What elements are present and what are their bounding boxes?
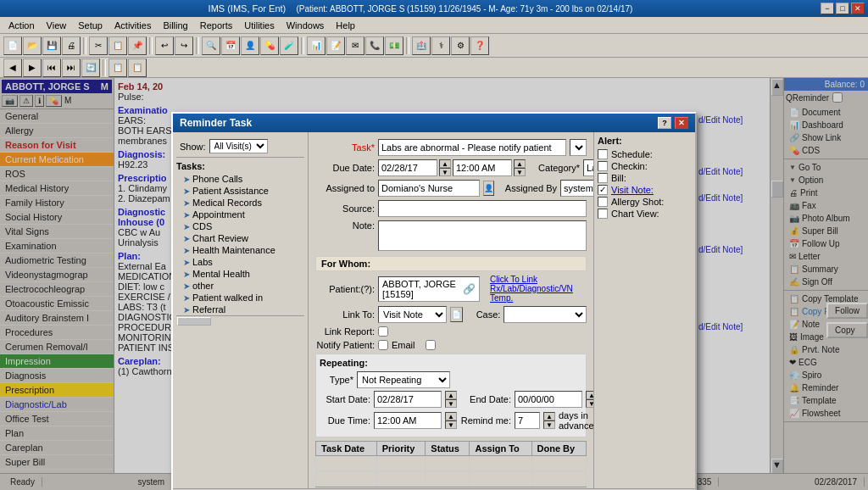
tb-ref2[interactable]: ⚕	[431, 36, 450, 55]
menu-view[interactable]: View	[42, 19, 72, 32]
remind-down[interactable]: ▼	[543, 420, 555, 429]
task-dropdown[interactable]	[570, 139, 587, 156]
scroll-thumb-h[interactable]	[177, 317, 211, 326]
tree-phone-calls[interactable]: ➤ Phone Calls	[176, 173, 304, 185]
tree-medical-records[interactable]: ➤ Medical Records	[176, 197, 304, 209]
tree-patient-walkin[interactable]: ➤ Patient walked in	[176, 292, 304, 303]
table-scroll-thumb[interactable]	[316, 488, 367, 489]
tb-save[interactable]: 💾	[42, 36, 61, 55]
menu-billing[interactable]: Billing	[158, 19, 192, 32]
end-up[interactable]: ▲	[586, 391, 593, 399]
patient-link-icon[interactable]: 🔗	[463, 283, 476, 295]
schedule-checkbox[interactable]	[598, 149, 608, 159]
menu-reports[interactable]: Reports	[195, 19, 238, 32]
tb-rx[interactable]: 💊	[260, 36, 279, 55]
tree-mental-health[interactable]: ➤ Mental Health	[176, 268, 304, 280]
due-date-up[interactable]: ▲	[439, 159, 451, 168]
tb-phone[interactable]: 📞	[365, 36, 384, 55]
due-date-input[interactable]	[378, 159, 437, 176]
tb-redo[interactable]: ↪	[175, 36, 193, 55]
due-date-down[interactable]: ▼	[439, 168, 451, 176]
tree-patient-assist[interactable]: ➤ Patient Assistance	[176, 185, 304, 197]
assigned-to-btn[interactable]: 👤	[483, 181, 494, 196]
link-report-checkbox[interactable]	[378, 326, 388, 337]
tree-health-maint[interactable]: ➤ Health Maintenance	[176, 244, 304, 256]
start-date-spinner[interactable]: ▲ ▼	[445, 391, 457, 408]
dialog-help-btn[interactable]: ?	[658, 117, 671, 129]
tb2-nav2[interactable]: 📋	[128, 58, 147, 77]
link-to-select[interactable]: Visit Note	[378, 306, 447, 323]
dt2-up[interactable]: ▲	[445, 412, 457, 420]
menu-activities[interactable]: Activities	[109, 19, 156, 32]
due-time-down[interactable]: ▼	[514, 168, 526, 176]
tb-open[interactable]: 📂	[23, 36, 42, 55]
remind-up[interactable]: ▲	[543, 412, 555, 420]
link-to-btn[interactable]: 📄	[450, 307, 463, 322]
tb-lab[interactable]: 🧪	[280, 36, 298, 55]
menu-help[interactable]: Help	[331, 19, 360, 32]
tb-chart[interactable]: 📊	[307, 36, 326, 55]
visit-note-label[interactable]: Visit Note:	[611, 185, 654, 195]
show-select[interactable]: All Visit(s) This Visit	[209, 139, 268, 153]
click-to-link[interactable]: Click To Link Rx/Lab/Diagnostic/VN Temp.	[490, 275, 587, 303]
menu-utilities[interactable]: Utilities	[239, 19, 279, 32]
notify-email-checkbox[interactable]	[378, 340, 388, 350]
due-time-up[interactable]: ▲	[514, 159, 526, 168]
tb-print[interactable]: 🖨	[62, 36, 81, 55]
tb2-nav1[interactable]: 📋	[108, 58, 127, 77]
note-textarea[interactable]	[378, 220, 587, 251]
category-input[interactable]	[583, 159, 593, 176]
tb-help[interactable]: ❓	[470, 36, 489, 55]
due-time2-input[interactable]	[374, 412, 442, 429]
close-btn[interactable]: ✕	[851, 3, 865, 14]
start-up[interactable]: ▲	[445, 391, 457, 399]
dialog-close-btn[interactable]: ✕	[675, 117, 688, 129]
tb2-fwd[interactable]: ▶	[23, 58, 42, 77]
end-date-spinner[interactable]: ▲ ▼	[586, 391, 593, 408]
case-select[interactable]	[504, 306, 587, 323]
chart-view-checkbox[interactable]	[598, 209, 608, 219]
end-down[interactable]: ▼	[586, 399, 593, 408]
tree-other[interactable]: ➤ other	[176, 280, 304, 292]
tb-bill[interactable]: 💵	[385, 36, 403, 55]
tb-settings[interactable]: ⚙	[451, 36, 470, 55]
tb-new[interactable]: 📄	[3, 36, 22, 55]
start-date-input[interactable]	[374, 391, 442, 408]
menu-action[interactable]: Action	[3, 19, 40, 32]
due-time-input[interactable]	[453, 159, 512, 176]
tb-msg[interactable]: ✉	[346, 36, 364, 55]
tb-calendar[interactable]: 📅	[221, 36, 240, 55]
tree-chart-review[interactable]: ➤ Chart Review	[176, 232, 304, 244]
notify-cb2[interactable]	[426, 340, 436, 350]
tb-copy[interactable]: 📋	[108, 36, 127, 55]
tb2-refresh[interactable]: 🔄	[81, 58, 100, 77]
table-horiz-scroll[interactable]	[315, 487, 587, 488]
end-date-input[interactable]	[515, 391, 582, 408]
tb-undo[interactable]: ↩	[155, 36, 174, 55]
tree-cds[interactable]: ➤ CDS	[176, 220, 304, 232]
tree-appointment[interactable]: ➤ Appointment	[176, 209, 304, 220]
menu-windows[interactable]: Windows	[281, 19, 330, 32]
tb2-back[interactable]: ◀	[3, 58, 22, 77]
tb-patient[interactable]: 👤	[241, 36, 259, 55]
tree-labs[interactable]: ➤ Labs	[176, 256, 304, 268]
checkin-checkbox[interactable]	[598, 161, 608, 171]
tb-search[interactable]: 🔍	[202, 36, 220, 55]
tb-paste[interactable]: 📌	[128, 36, 147, 55]
source-input[interactable]	[378, 200, 587, 217]
remind-spinner[interactable]: ▲ ▼	[543, 412, 555, 429]
tb-note[interactable]: 📝	[326, 36, 345, 55]
task-input[interactable]	[378, 139, 566, 156]
tb-cut[interactable]: ✂	[89, 36, 108, 55]
dt2-down[interactable]: ▼	[445, 420, 457, 429]
tb2-last[interactable]: ⏭	[62, 58, 81, 77]
start-down[interactable]: ▼	[445, 399, 457, 408]
type-select[interactable]: Not Repeating	[357, 371, 450, 388]
tb-ref1[interactable]: 🏥	[412, 36, 431, 55]
tree-horiz-scroll[interactable]	[176, 315, 304, 326]
due-time2-spinner[interactable]: ▲ ▼	[445, 412, 457, 429]
due-time-spinner[interactable]: ▲ ▼	[514, 159, 526, 176]
minimize-btn[interactable]: −	[821, 3, 834, 14]
maximize-btn[interactable]: □	[836, 3, 849, 14]
visit-note-checkbox[interactable]: ✓	[598, 185, 608, 195]
